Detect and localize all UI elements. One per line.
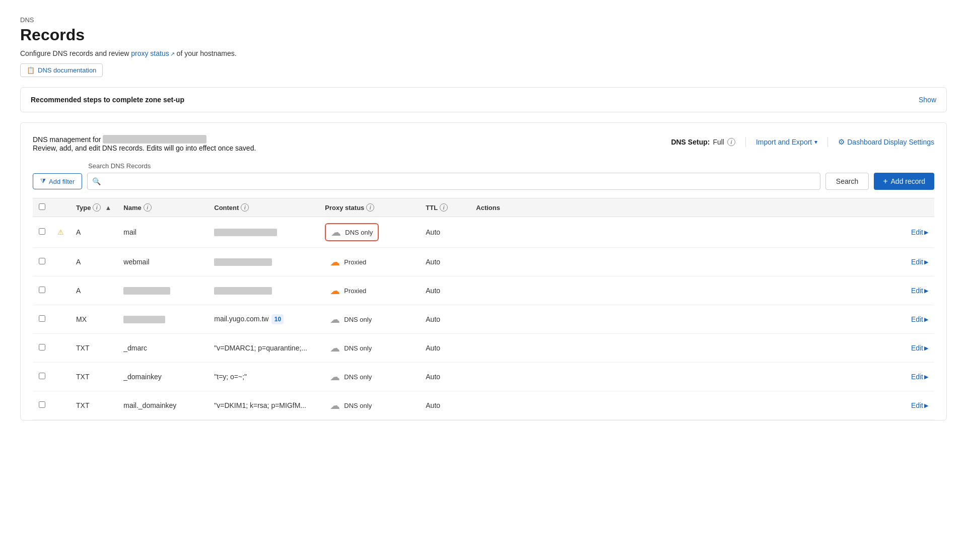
dns-setup-info-icon[interactable]: i bbox=[727, 138, 735, 146]
proxy-status-link[interactable]: proxy status bbox=[131, 49, 169, 57]
info-icon-proxy[interactable]: i bbox=[366, 203, 374, 212]
row-checkbox-cell bbox=[33, 363, 51, 391]
search-icon-inner: 🔍 bbox=[92, 177, 101, 185]
divider-2 bbox=[827, 137, 828, 147]
proxy-badge: ☁DNS only bbox=[325, 397, 377, 413]
row-type: MX bbox=[70, 305, 117, 334]
edit-link[interactable]: Edit ▶ bbox=[911, 401, 928, 409]
th-type[interactable]: Type i ▲ bbox=[70, 198, 117, 217]
sort-asc-icon[interactable]: ▲ bbox=[105, 204, 111, 212]
edit-link[interactable]: Edit ▶ bbox=[911, 344, 928, 352]
th-proxy-status[interactable]: Proxy status i bbox=[319, 198, 420, 217]
row-name: _dmarc bbox=[117, 334, 208, 363]
edit-arrow-icon: ▶ bbox=[924, 374, 928, 380]
row-proxy-status: ☁DNS only bbox=[319, 305, 420, 334]
warning-icon: ⚠ bbox=[57, 228, 64, 236]
edit-link[interactable]: Edit ▶ bbox=[911, 287, 928, 295]
row-actions: Edit ▶ bbox=[470, 248, 934, 276]
add-record-label: Add record bbox=[891, 177, 925, 185]
page-description: Configure DNS records and review proxy s… bbox=[20, 49, 947, 57]
row-checkbox[interactable] bbox=[39, 287, 45, 293]
th-name[interactable]: Name i bbox=[117, 198, 208, 217]
row-actions: Edit ▶ bbox=[470, 276, 934, 305]
search-area: Search DNS Records ⧩ Add filter 🔍 Search… bbox=[33, 162, 934, 190]
th-content-label: Content bbox=[214, 204, 239, 212]
row-checkbox-cell bbox=[33, 248, 51, 276]
edit-link[interactable]: Edit ▶ bbox=[911, 258, 928, 266]
import-export-button[interactable]: Import and Export ▾ bbox=[756, 138, 817, 146]
row-checkbox[interactable] bbox=[39, 373, 45, 379]
row-content: "v=DMARC1; p=quarantine;... bbox=[208, 334, 319, 363]
row-checkbox-cell bbox=[33, 217, 51, 248]
dns-management-header: DNS management for ██.███ ██████.██ Revi… bbox=[33, 135, 934, 152]
row-warning-cell: ⚠ bbox=[51, 217, 70, 248]
domain-name-blurred: ██.███ ██████.██ bbox=[103, 135, 206, 144]
th-ttl[interactable]: TTL i bbox=[420, 198, 470, 217]
edit-link[interactable]: Edit ▶ bbox=[911, 315, 928, 323]
row-type: A bbox=[70, 217, 117, 248]
doc-button[interactable]: 📋 DNS documentation bbox=[20, 63, 103, 77]
edit-arrow-icon: ▶ bbox=[924, 259, 928, 265]
search-input[interactable] bbox=[87, 173, 820, 190]
dns-setup-value: Full bbox=[713, 138, 724, 146]
dashboard-settings-button[interactable]: ⚙ Dashboard Display Settings bbox=[838, 137, 934, 147]
add-filter-label: Add filter bbox=[49, 178, 75, 185]
row-checkbox[interactable] bbox=[39, 344, 45, 351]
info-icon-ttl[interactable]: i bbox=[440, 203, 448, 212]
row-warning-cell bbox=[51, 363, 70, 391]
row-proxy-status: ☁DNS only bbox=[319, 217, 420, 248]
banner-title: Recommended steps to complete zone set-u… bbox=[31, 96, 184, 104]
row-type: TXT bbox=[70, 391, 117, 420]
row-checkbox-cell bbox=[33, 305, 51, 334]
row-checkbox[interactable] bbox=[39, 228, 45, 235]
table-row: Awebmail172.██: ███.██☁ProxiedAutoEdit ▶ bbox=[33, 248, 934, 276]
select-all-checkbox[interactable] bbox=[39, 203, 45, 210]
table-row: ⚠Amail172.██.█.███.██☁DNS onlyAutoEdit ▶ bbox=[33, 217, 934, 248]
proxy-badge: ☁Proxied bbox=[325, 283, 371, 299]
dns-setup-group: DNS Setup: Full i bbox=[671, 138, 735, 146]
th-ttl-label: TTL bbox=[426, 204, 438, 212]
title-prefix: DNS management for bbox=[33, 135, 101, 144]
info-icon-type[interactable]: i bbox=[93, 203, 101, 212]
row-warning-cell bbox=[51, 391, 70, 420]
search-label: Search DNS Records bbox=[88, 162, 934, 170]
row-warning-cell bbox=[51, 276, 70, 305]
th-content[interactable]: Content i bbox=[208, 198, 319, 217]
row-name: ███.com.tw bbox=[117, 305, 208, 334]
row-name: ████.com.tw bbox=[117, 276, 208, 305]
cloud-grey-icon: ☁ bbox=[331, 226, 341, 238]
page-title: Records bbox=[20, 26, 947, 44]
cloud-grey-icon: ☁ bbox=[330, 399, 340, 411]
show-link[interactable]: Show bbox=[919, 96, 936, 104]
add-record-button[interactable]: + Add record bbox=[874, 173, 934, 190]
row-actions: Edit ▶ bbox=[470, 305, 934, 334]
add-filter-button[interactable]: ⧩ Add filter bbox=[33, 173, 82, 189]
edit-arrow-icon: ▶ bbox=[924, 316, 928, 323]
proxy-badge: ☁DNS only bbox=[325, 340, 377, 356]
edit-link[interactable]: Edit ▶ bbox=[911, 373, 928, 381]
row-name: mail bbox=[117, 217, 208, 248]
dns-management-subtitle: Review, add, and edit DNS records. Edits… bbox=[33, 144, 256, 152]
th-warning-spacer bbox=[51, 198, 70, 217]
row-content: "t=y; o=~;" bbox=[208, 363, 319, 391]
section-label: DNS bbox=[20, 16, 947, 24]
row-checkbox[interactable] bbox=[39, 258, 45, 264]
import-export-label: Import and Export bbox=[756, 138, 812, 146]
dns-setup-label: DNS Setup: bbox=[671, 138, 710, 146]
external-link-icon: ↗ bbox=[170, 51, 175, 57]
row-type: A bbox=[70, 248, 117, 276]
row-ttl: Auto bbox=[420, 217, 470, 248]
info-icon-name[interactable]: i bbox=[144, 203, 152, 212]
search-button[interactable]: Search bbox=[825, 173, 869, 190]
row-ttl: Auto bbox=[420, 248, 470, 276]
row-checkbox-cell bbox=[33, 391, 51, 420]
proxy-status-text: DNS only bbox=[344, 402, 372, 409]
row-name: webmail bbox=[117, 248, 208, 276]
row-checkbox[interactable] bbox=[39, 401, 45, 408]
row-actions: Edit ▶ bbox=[470, 363, 934, 391]
row-checkbox[interactable] bbox=[39, 315, 45, 322]
proxy-badge: ☁DNS only bbox=[325, 369, 377, 385]
row-actions: Edit ▶ bbox=[470, 217, 934, 248]
edit-link[interactable]: Edit ▶ bbox=[911, 228, 928, 236]
info-icon-content[interactable]: i bbox=[241, 203, 249, 212]
